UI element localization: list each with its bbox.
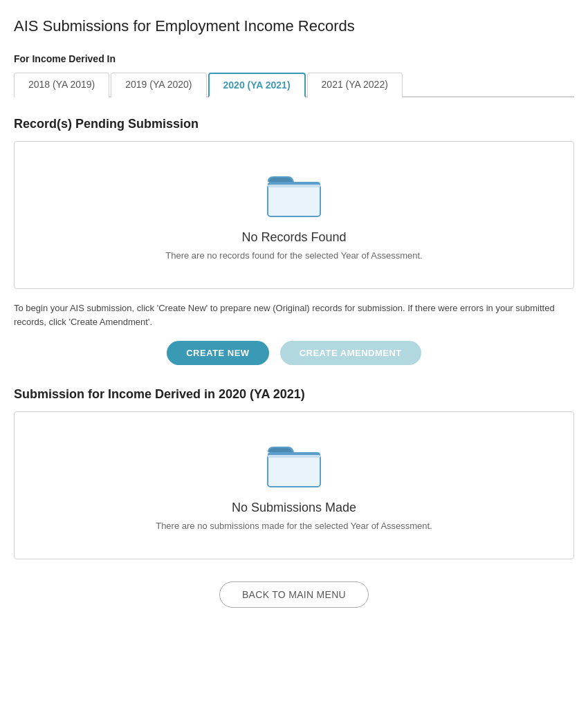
back-to-menu-button[interactable]: BACK TO MAIN MENU	[219, 581, 369, 608]
action-buttons: CREATE NEW CREATE AMENDMENT	[14, 341, 574, 365]
create-new-button[interactable]: CREATE NEW	[167, 341, 268, 365]
pending-empty-desc: There are no records found for the selec…	[28, 250, 560, 261]
page-title: AIS Submissions for Employment Income Re…	[14, 17, 574, 37]
submission-empty-title: No Submissions Made	[28, 501, 560, 515]
pending-section-title: Record(s) Pending Submission	[14, 117, 574, 131]
submission-empty-desc: There are no submissions made for the se…	[28, 521, 560, 531]
folder-icon-2	[266, 440, 322, 490]
svg-rect-2	[268, 185, 320, 187]
svg-rect-4	[268, 455, 320, 487]
pending-records-box: No Records Found There are no records fo…	[14, 141, 574, 289]
svg-rect-1	[268, 185, 320, 216]
tab-2021[interactable]: 2021 (YA 2022)	[307, 73, 403, 97]
back-button-container: BACK TO MAIN MENU	[14, 581, 574, 608]
folder-icon	[266, 169, 322, 219]
pending-empty-title: No Records Found	[28, 230, 560, 245]
tabs-container: 2018 (YA 2019) 2019 (YA 2020) 2020 (YA 2…	[14, 71, 574, 97]
tab-2020[interactable]: 2020 (YA 2021)	[208, 73, 306, 97]
submission-records-box: No Submissions Made There are no submiss…	[14, 411, 574, 559]
tab-2019[interactable]: 2019 (YA 2020)	[111, 73, 206, 97]
info-text: To begin your AIS submission, click 'Cre…	[14, 301, 574, 330]
tab-2018[interactable]: 2018 (YA 2019)	[14, 73, 109, 97]
submission-section-title: Submission for Income Derived in 2020 (Y…	[14, 387, 574, 402]
income-label: For Income Derived In	[14, 53, 574, 64]
create-amendment-button[interactable]: CREATE AMENDMENT	[280, 341, 421, 365]
svg-rect-5	[268, 455, 320, 458]
